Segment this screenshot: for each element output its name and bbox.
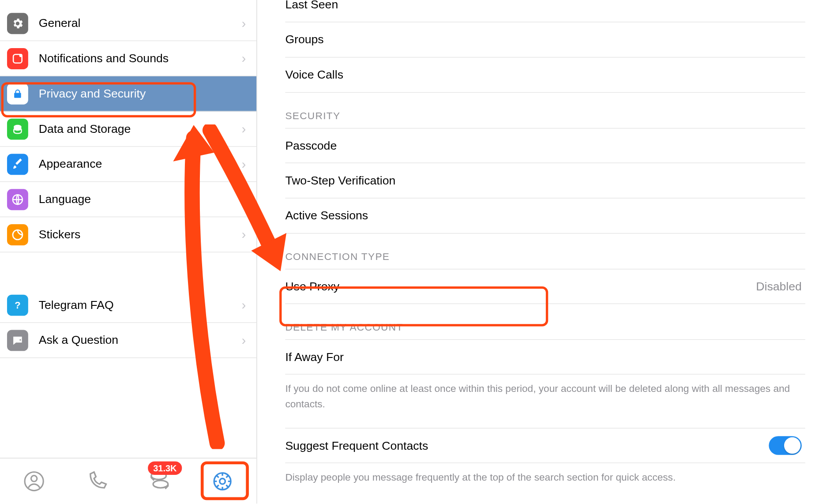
row-voice-calls[interactable]: Voice Calls: [285, 57, 805, 93]
chevron-right-icon: ›: [242, 332, 246, 348]
suggest-info-text: Display people you message frequently at…: [285, 463, 805, 491]
row-suggest-frequent-contacts[interactable]: Suggest Frequent Contacts: [285, 428, 805, 463]
row-label: Use Proxy: [285, 280, 756, 293]
svg-point-7: [18, 339, 19, 340]
chevron-right-icon: ›: [242, 51, 246, 66]
chevron-right-icon: ›: [242, 297, 246, 313]
sidebar-item-label: Language: [39, 192, 242, 206]
row-passcode[interactable]: Passcode: [285, 128, 805, 163]
sidebar-item-notifications[interactable]: Notifications and Sounds ›: [0, 41, 256, 76]
chevron-right-icon: ›: [242, 227, 246, 242]
sticker-icon: [7, 224, 28, 245]
chevron-right-icon: ›: [242, 15, 246, 31]
section-header-delete-account: DELETE MY ACCOUNT: [257, 304, 805, 339]
row-use-proxy[interactable]: Use Proxy Disabled: [285, 269, 805, 304]
svg-text:?: ?: [15, 299, 20, 310]
svg-point-8: [19, 339, 21, 340]
bottom-toolbar: 31.3K: [0, 458, 256, 504]
brush-icon: [7, 154, 28, 175]
sidebar-item-label: Appearance: [39, 157, 242, 171]
row-value: Disabled: [756, 280, 805, 293]
row-two-step-verification[interactable]: Two-Step Verification: [285, 163, 805, 199]
row-groups[interactable]: Groups: [285, 23, 805, 58]
svg-point-6: [15, 339, 17, 340]
row-label: Last Seen: [285, 0, 805, 11]
chevron-right-icon: ›: [242, 121, 246, 137]
chats-tab[interactable]: 31.3K: [135, 463, 184, 499]
row-if-away-for[interactable]: If Away For: [285, 339, 805, 375]
chat-icon: [7, 330, 28, 351]
sidebar-item-label: Telegram FAQ: [39, 298, 242, 312]
row-label: Active Sessions: [285, 209, 805, 222]
chevron-right-icon: ›: [242, 192, 246, 207]
section-header-security: SECURITY: [257, 93, 805, 128]
sidebar-item-label: Notifications and Sounds: [39, 52, 242, 65]
row-label: Passcode: [285, 139, 805, 153]
gear-icon: [7, 13, 28, 34]
row-label: Voice Calls: [285, 68, 805, 82]
sidebar-item-label: Ask a Question: [39, 333, 242, 347]
sidebar-item-data-storage[interactable]: Data and Storage ›: [0, 112, 256, 147]
globe-icon: [7, 189, 28, 210]
row-label: Two-Step Verification: [285, 174, 805, 188]
sidebar-item-telegram-faq[interactable]: ? Telegram FAQ ›: [0, 288, 256, 323]
row-last-seen[interactable]: Last Seen: [285, 0, 805, 23]
row-label: Groups: [285, 33, 805, 46]
svg-point-1: [19, 53, 23, 56]
delete-info-text: If you do not come online at least once …: [285, 375, 805, 417]
lock-icon: [7, 83, 28, 104]
bell-icon: [7, 48, 28, 69]
sidebar-item-privacy-security[interactable]: Privacy and Security: [0, 76, 256, 112]
settings-sidebar: General › Notifications and Sounds › Pri…: [0, 0, 257, 504]
contacts-tab[interactable]: [9, 463, 59, 499]
sidebar-item-general[interactable]: General ›: [0, 6, 256, 41]
sidebar-item-language[interactable]: Language ›: [0, 182, 256, 217]
sidebar-item-label: Stickers: [39, 228, 242, 241]
section-header-connection-type: CONNECTION TYPE: [257, 233, 805, 269]
sidebar-item-appearance[interactable]: Appearance ›: [0, 147, 256, 182]
stack-icon: [7, 118, 28, 139]
sidebar-item-stickers[interactable]: Stickers ›: [0, 217, 256, 252]
chevron-right-icon: ›: [242, 156, 246, 172]
row-active-sessions[interactable]: Active Sessions: [285, 199, 805, 234]
sidebar-item-ask-question[interactable]: Ask a Question ›: [0, 323, 256, 358]
row-label: Suggest Frequent Contacts: [285, 439, 769, 452]
svg-point-10: [31, 475, 37, 481]
unread-badge: 31.3K: [148, 461, 182, 475]
calls-tab[interactable]: [72, 463, 121, 499]
sidebar-item-label: Privacy and Security: [39, 87, 246, 101]
question-icon: ?: [7, 294, 28, 316]
row-label: If Away For: [285, 350, 805, 364]
svg-point-12: [220, 478, 225, 484]
privacy-settings-content: Last Seen Groups Voice Calls SECURITY Pa…: [257, 0, 818, 504]
sidebar-item-label: Data and Storage: [39, 122, 242, 136]
settings-tab[interactable]: [198, 463, 248, 499]
toggle-switch[interactable]: [769, 436, 801, 455]
sidebar-item-label: General: [39, 16, 242, 30]
